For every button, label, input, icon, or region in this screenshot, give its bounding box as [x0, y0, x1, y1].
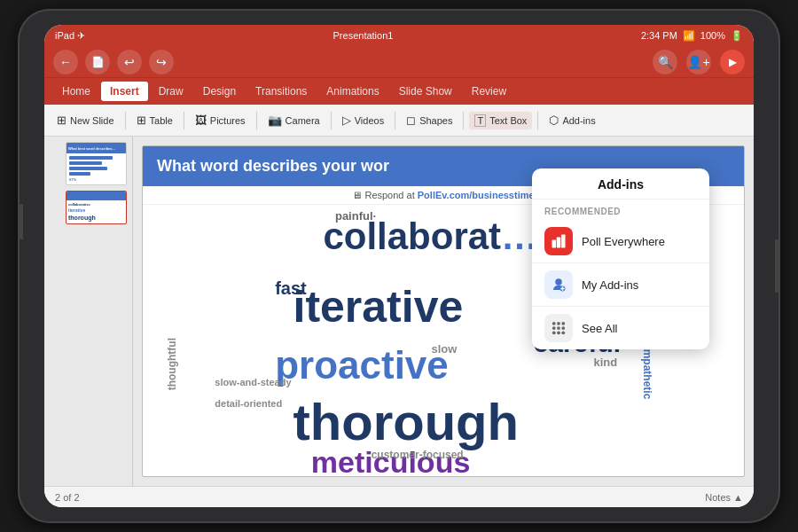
videos-label: Videos	[355, 115, 384, 126]
poll-everywhere-label: Poll Everywhere	[582, 235, 665, 248]
poll-everywhere-item[interactable]: Poll Everywhere	[532, 220, 709, 262]
text-box-button[interactable]: T Text Box	[469, 112, 532, 129]
word-thoughtful: thoughtful	[167, 338, 177, 390]
new-slide-button[interactable]: ⊞ New Slide	[51, 111, 120, 129]
slide-info: 2 of 2	[55, 492, 80, 503]
main-area: 1. What best word describes... 67%	[44, 137, 754, 486]
add-ins-label: Add-ins	[562, 115, 595, 126]
word-customer-focused: customer-focused	[372, 450, 464, 460]
my-addins-label: My Add-ins	[582, 278, 638, 292]
svg-point-15	[561, 331, 565, 334]
svg-point-8	[557, 322, 560, 325]
divider-4	[331, 112, 332, 129]
slide-thumb-2[interactable]: collaborative iterative thorough	[66, 191, 127, 224]
slides-panel: 1. What best word describes... 67%	[44, 137, 133, 486]
respond-url: PollEv.com/businesstime	[418, 190, 535, 200]
divider-2	[184, 112, 184, 129]
bottom-bar: 2 of 2 Notes ▲	[44, 486, 754, 507]
addins-dropdown: Add-ins RECOMMENDED Poll Everywhere	[532, 168, 709, 349]
respond-icon: 🖥	[352, 190, 362, 200]
battery-icon: 🔋	[731, 30, 743, 42]
volume-button	[20, 204, 23, 239]
tab-review[interactable]: Review	[463, 82, 515, 101]
tab-slideshow[interactable]: Slide Show	[390, 82, 461, 101]
status-left: iPad ✈	[55, 30, 85, 42]
svg-rect-1	[557, 238, 561, 248]
ipad-label: iPad ✈	[55, 30, 85, 42]
pictures-button[interactable]: 🖼 Pictures	[190, 111, 251, 129]
battery-display: 100%	[700, 30, 725, 41]
pictures-icon: 🖼	[195, 113, 207, 127]
tab-insert[interactable]: Insert	[101, 82, 148, 101]
word-empathetic: empathetic	[642, 343, 653, 399]
my-addins-item[interactable]: My Add-ins	[532, 263, 709, 306]
camera-label: Camera	[286, 115, 320, 126]
status-bar: iPad ✈ Presentation1 2:34 PM 📶 100% 🔋	[44, 25, 754, 46]
see-all-item[interactable]: See All	[532, 307, 709, 349]
tab-home[interactable]: Home	[53, 82, 99, 101]
ribbon-tabs: Home Insert Draw Design Transitions Anim…	[44, 78, 754, 105]
status-center: Presentation1	[333, 30, 394, 41]
divider-3	[256, 112, 257, 129]
file-button[interactable]: 📄	[85, 50, 110, 74]
add-ins-button[interactable]: ⬡ Add-ins	[544, 111, 600, 129]
text-box-icon: T	[474, 114, 486, 127]
slide-title: What word describes your wor	[157, 157, 389, 175]
table-label: Table	[150, 115, 173, 126]
svg-point-9	[561, 322, 565, 325]
word-iterative: iterative	[293, 285, 464, 329]
svg-point-12	[561, 326, 565, 330]
title-bar: ← 📄 ↩ ↪ 🔍 👤+ ▶	[44, 46, 754, 78]
play-button[interactable]: ▶	[720, 50, 745, 74]
tab-design[interactable]: Design	[194, 82, 245, 101]
ipad-frame: iPad ✈ Presentation1 2:34 PM 📶 100% 🔋 ← …	[18, 9, 780, 523]
tab-transitions[interactable]: Transitions	[246, 82, 316, 101]
undo-button[interactable]: ↩	[117, 50, 142, 74]
addins-title: Add-ins	[532, 168, 709, 200]
shapes-label: Shapes	[419, 115, 452, 126]
svg-point-3	[555, 278, 562, 286]
see-all-label: See All	[582, 322, 617, 335]
status-right: 2:34 PM 📶 100% 🔋	[641, 30, 743, 42]
account-button[interactable]: 👤+	[686, 50, 711, 74]
home-button[interactable]	[775, 239, 778, 293]
svg-rect-0	[552, 240, 557, 248]
camera-icon: 📷	[268, 113, 282, 127]
my-addins-icon	[544, 270, 573, 299]
videos-icon: ▷	[342, 113, 351, 127]
svg-point-11	[557, 326, 560, 330]
svg-point-10	[552, 326, 556, 330]
svg-point-7	[552, 322, 556, 325]
svg-point-14	[557, 331, 560, 334]
divider-5	[395, 112, 395, 129]
videos-button[interactable]: ▷ Videos	[337, 111, 389, 129]
tab-draw[interactable]: Draw	[150, 82, 192, 101]
ipad-screen: iPad ✈ Presentation1 2:34 PM 📶 100% 🔋 ← …	[44, 25, 754, 507]
svg-rect-2	[561, 235, 566, 248]
divider-7	[537, 112, 538, 129]
word-painful: painful·	[335, 210, 376, 222]
camera-button[interactable]: 📷 Camera	[262, 111, 325, 129]
slide-thumb-1[interactable]: What best word describes... 67%	[66, 142, 127, 185]
word-detail-oriented: detail-oriented	[215, 399, 282, 409]
pictures-label: Pictures	[210, 115, 246, 126]
word-collaborat: collaborat…	[323, 218, 538, 255]
word-slow: slow	[431, 343, 457, 355]
table-button[interactable]: ⊞ Table	[131, 111, 178, 129]
shapes-button[interactable]: ◻ Shapes	[401, 111, 458, 129]
see-all-icon	[544, 314, 573, 342]
poll-everywhere-icon	[544, 227, 573, 255]
back-button[interactable]: ←	[53, 50, 78, 74]
tab-animations[interactable]: Animations	[317, 82, 387, 101]
addins-section-label: RECOMMENDED	[532, 200, 709, 220]
redo-button[interactable]: ↪	[149, 50, 174, 74]
word-kind: kind	[594, 356, 618, 368]
divider-1	[125, 112, 126, 129]
word-fast: fast	[275, 279, 307, 297]
new-slide-icon: ⊞	[57, 113, 66, 127]
bluetooth-icon: 📶	[683, 30, 695, 42]
search-button[interactable]: 🔍	[653, 50, 677, 74]
word-thorough: thorough	[293, 396, 519, 448]
table-icon: ⊞	[137, 113, 146, 127]
notes-button[interactable]: Notes ▲	[705, 492, 743, 503]
